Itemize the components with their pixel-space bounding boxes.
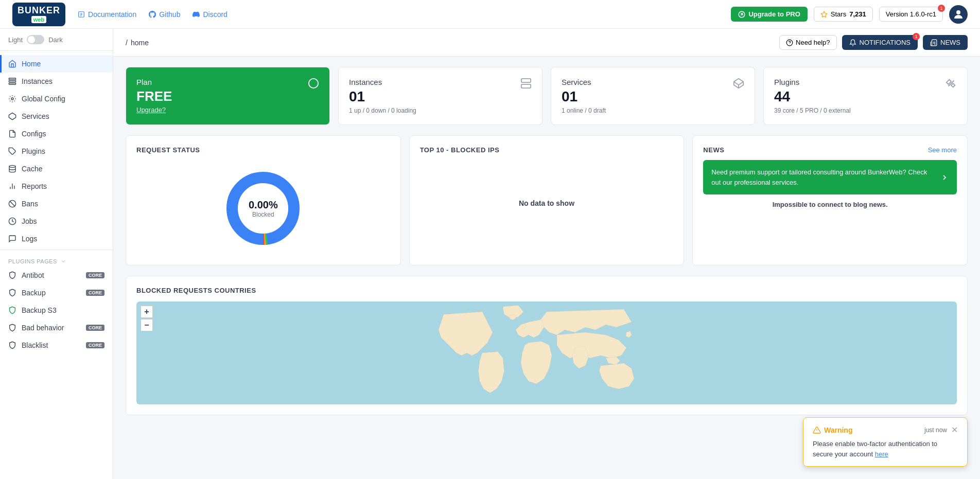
- sidebar-item-logs[interactable]: Logs: [0, 230, 113, 247]
- theme-toggle: Light Dark: [0, 29, 113, 51]
- warning-title-text: Warning: [824, 426, 852, 434]
- blacklist-icon: [8, 341, 16, 349]
- instances-icon: [8, 77, 16, 85]
- sidebar: Light Dark Home Instances Global Config: [0, 29, 113, 479]
- instances-card-label: Instances: [349, 78, 416, 86]
- map-container: + −: [136, 301, 957, 404]
- sidebar-label-global-config: Global Config: [22, 95, 65, 103]
- instances-card-value: 01: [349, 90, 416, 104]
- donut-center: 0.00% Blocked: [249, 199, 278, 218]
- breadcrumb: / home: [126, 39, 149, 47]
- sidebar-label-backup: Backup: [22, 289, 46, 297]
- warning-icon: [813, 426, 821, 434]
- news-button[interactable]: NEWS: [923, 35, 968, 50]
- upgrade-label: Upgrade to PRO: [748, 10, 800, 18]
- instances-icon2: [520, 78, 532, 91]
- svg-rect-7: [9, 81, 15, 82]
- backup-badge: CORE: [86, 290, 104, 296]
- news-header: NEWS See more: [703, 146, 957, 154]
- sidebar-item-cache[interactable]: Cache: [0, 160, 113, 178]
- upgrade-button[interactable]: Upgrade to PRO: [731, 7, 807, 22]
- sidebar-item-plugins[interactable]: Plugins: [0, 143, 113, 160]
- zoom-out-button[interactable]: −: [141, 319, 153, 331]
- upgrade-link[interactable]: Upgrade?: [136, 106, 172, 114]
- star-icon: [820, 11, 828, 18]
- sidebar-label-cache: Cache: [22, 165, 42, 173]
- github-icon: [149, 11, 156, 18]
- github-link[interactable]: Github: [149, 10, 180, 19]
- antibot-badge: CORE: [86, 272, 104, 278]
- sidebar-label-services: Services: [22, 112, 49, 120]
- donut-label: Blocked: [249, 211, 278, 218]
- sidebar-item-jobs[interactable]: Jobs: [0, 212, 113, 230]
- light-label: Light: [8, 36, 23, 44]
- stars-count: 7,231: [849, 10, 866, 18]
- svg-point-5: [956, 10, 960, 14]
- sidebar-item-backup[interactable]: Backup CORE: [0, 284, 113, 301]
- dark-label: Dark: [48, 36, 62, 44]
- sidebar-item-blacklist[interactable]: Blacklist CORE: [0, 336, 113, 354]
- sidebar-label-bad-behavior: Bad behavior: [22, 324, 64, 332]
- instances-card-sub: 1 up / 0 down / 0 loading: [349, 107, 416, 114]
- warning-link[interactable]: here: [875, 450, 888, 458]
- reports-icon: [8, 182, 16, 190]
- bell-icon: [849, 39, 856, 46]
- sidebar-item-bans[interactable]: Bans: [0, 195, 113, 212]
- avatar[interactable]: [949, 5, 968, 24]
- instances-card-left: Instances 01 1 up / 0 down / 0 loading: [349, 78, 416, 114]
- sub-header: / home Need help? NOTIFICATIONS 1 NEWS: [113, 29, 980, 57]
- warning-toast: Warning just now ✕ Please enable two-fac…: [803, 417, 968, 467]
- plugins-icon2: [946, 78, 957, 91]
- donut-chart: 0.00% Blocked: [222, 167, 304, 250]
- logo-area: BUNKER web: [12, 3, 65, 26]
- sidebar-item-home[interactable]: Home: [0, 55, 113, 73]
- warning-close-button[interactable]: ✕: [951, 425, 958, 435]
- help-button[interactable]: Need help?: [779, 35, 837, 50]
- services-icon2: [733, 78, 744, 91]
- top-nav-left: BUNKER web Documentation Github Discord: [12, 3, 227, 26]
- sidebar-item-instances[interactable]: Instances: [0, 73, 113, 90]
- warning-header: Warning just now ✕: [813, 425, 958, 435]
- discord-icon: [192, 11, 200, 18]
- sidebar-item-global-config[interactable]: Global Config: [0, 90, 113, 108]
- theme-switch[interactable]: [27, 35, 44, 44]
- version-button[interactable]: Version 1.6.0-rc1 1: [879, 7, 943, 22]
- rocket2-icon: [308, 78, 319, 89]
- zoom-in-button[interactable]: +: [141, 306, 153, 318]
- version-badge: 1: [938, 5, 945, 12]
- cube-icon: [733, 78, 744, 89]
- notifications-button[interactable]: NOTIFICATIONS 1: [842, 35, 918, 50]
- see-more-link[interactable]: See more: [928, 146, 957, 154]
- toggle-knob: [28, 36, 35, 43]
- news-card: NEWS See more Need premium support or ta…: [692, 135, 968, 265]
- stars-button[interactable]: Stars 7,231: [814, 7, 873, 22]
- chevron-right-icon: [940, 173, 949, 182]
- sidebar-label-jobs: Jobs: [22, 217, 37, 225]
- sub-header-right: Need help? NOTIFICATIONS 1 NEWS: [779, 35, 968, 50]
- svg-point-9: [11, 98, 13, 100]
- bad-behavior-icon: [8, 324, 16, 332]
- sidebar-item-services[interactable]: Services: [0, 108, 113, 125]
- sidebar-item-backup-s3[interactable]: Backup S3: [0, 301, 113, 319]
- plug-icon: [946, 78, 957, 89]
- github-label: Github: [159, 10, 180, 19]
- sidebar-item-configs[interactable]: Configs: [0, 125, 113, 143]
- user-icon: [952, 8, 965, 21]
- discord-link[interactable]: Discord: [192, 10, 227, 19]
- warning-body: Please enable two-factor authentication …: [813, 439, 958, 459]
- svg-point-12: [9, 165, 15, 167]
- sidebar-item-bad-behavior[interactable]: Bad behavior CORE: [0, 319, 113, 336]
- plugins-icon: [8, 147, 16, 155]
- sidebar-nav: Home Instances Global Config Services Co…: [0, 51, 113, 479]
- news-item[interactable]: Need premium support or tailored consult…: [703, 160, 957, 194]
- services-card-sub: 1 online / 0 draft: [562, 107, 606, 114]
- main-content: / home Need help? NOTIFICATIONS 1 NEWS: [113, 29, 980, 479]
- plan-label: Plan: [136, 78, 172, 86]
- sidebar-item-antibot[interactable]: Antibot CORE: [0, 267, 113, 284]
- sidebar-item-reports[interactable]: Reports: [0, 178, 113, 195]
- news-title: NEWS: [703, 146, 724, 154]
- question-icon: [786, 39, 793, 46]
- plugins-card: Plugins 44 39 core / 5 PRO / 0 external: [763, 67, 968, 125]
- documentation-link[interactable]: Documentation: [78, 10, 136, 19]
- bad-behavior-badge: CORE: [86, 325, 104, 331]
